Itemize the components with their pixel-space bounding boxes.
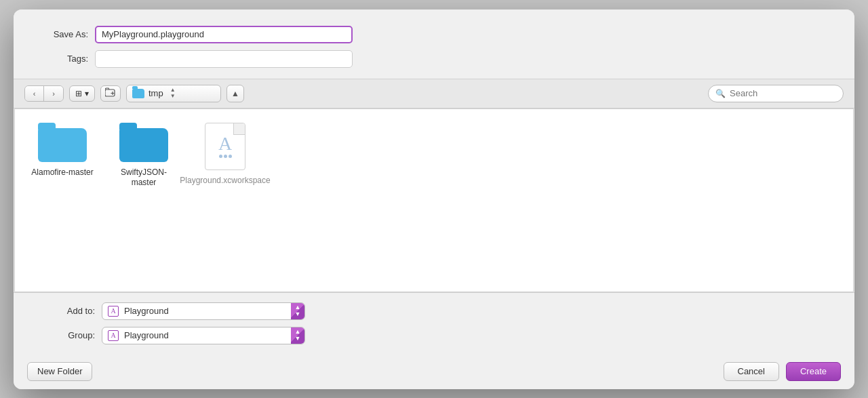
back-button[interactable]: ‹: [25, 86, 44, 101]
search-box[interactable]: 🔍: [708, 85, 844, 102]
playground-icon: A: [108, 330, 119, 341]
toolbar: ‹ › ⊞ ▾ tmp ▲: [14, 79, 854, 108]
new-folder-button[interactable]: New Folder: [27, 362, 92, 381]
location-dropdown[interactable]: tmp ▲ ▼: [126, 85, 221, 102]
save-as-label: Save As:: [34, 29, 88, 39]
add-to-label: Add to:: [34, 306, 102, 316]
save-as-row: Save As:: [34, 26, 834, 43]
create-button[interactable]: Create: [786, 362, 841, 381]
expand-icon: ▲: [231, 89, 239, 98]
forward-icon: ›: [52, 89, 55, 98]
add-to-value: Playground: [124, 306, 285, 316]
file-grid: Alamofire-master SwiftyJSON-master A: [28, 123, 259, 278]
view-chevron-icon: ▾: [85, 89, 89, 98]
location-name: tmp: [149, 88, 163, 98]
search-input[interactable]: [730, 88, 836, 98]
forward-button[interactable]: ›: [44, 86, 63, 101]
list-item[interactable]: Alamofire-master: [28, 123, 96, 178]
add-to-row: Add to: A Playground ▲ ▼: [34, 302, 834, 320]
location-folder-icon: [132, 89, 144, 98]
cancel-button[interactable]: Cancel: [724, 362, 779, 381]
file-item-name: SwiftyJSON-master: [110, 167, 178, 188]
save-as-input[interactable]: [95, 26, 353, 43]
tags-row: Tags:: [34, 50, 834, 68]
action-bar: New Folder Cancel Create: [14, 354, 854, 389]
location-arrows: ▲ ▼: [170, 87, 176, 99]
group-value: Playground: [124, 330, 285, 340]
xcworkspace-icon: A: [205, 123, 245, 170]
folder-icon: [38, 123, 87, 162]
group-arrows: ▲ ▼: [291, 327, 304, 344]
folder-icon: [119, 123, 168, 162]
file-item-name: Alamofire-master: [31, 167, 93, 178]
xcode-dots: [219, 155, 232, 158]
bottom-section: Add to: A Playground ▲ ▼ Group: A Playgr…: [14, 292, 854, 354]
list-item[interactable]: A Playground.xcworkspace: [191, 123, 259, 186]
file-item-name: Playground.xcworkspace: [180, 176, 270, 186]
xcode-a-letter: A: [218, 134, 232, 153]
expand-button[interactable]: ▲: [226, 85, 244, 102]
grid-icon: ⊞: [75, 89, 82, 98]
back-icon: ‹: [33, 89, 36, 98]
list-item[interactable]: SwiftyJSON-master: [110, 123, 178, 188]
view-mode-button[interactable]: ⊞ ▾: [69, 85, 95, 102]
top-section: Save As: Tags:: [14, 9, 854, 79]
nav-group: ‹ ›: [24, 85, 64, 102]
folder-plus-icon: [105, 87, 116, 99]
group-row: Group: A Playground ▲ ▼: [34, 327, 834, 344]
save-dialog: Save As: Tags: ‹ › ⊞ ▾: [14, 9, 854, 389]
add-to-arrows: ▲ ▼: [291, 303, 304, 319]
group-dropdown[interactable]: A Playground ▲ ▼: [102, 327, 305, 344]
new-folder-toolbar-button[interactable]: [100, 85, 121, 102]
playground-icon: A: [108, 306, 119, 317]
add-to-dropdown[interactable]: A Playground ▲ ▼: [102, 302, 305, 320]
search-icon: 🔍: [715, 89, 726, 98]
file-browser: Alamofire-master SwiftyJSON-master A: [14, 108, 854, 292]
tags-label: Tags:: [34, 54, 88, 64]
right-actions: Cancel Create: [724, 362, 842, 381]
group-label: Group:: [34, 330, 102, 340]
tags-input[interactable]: [95, 50, 353, 68]
